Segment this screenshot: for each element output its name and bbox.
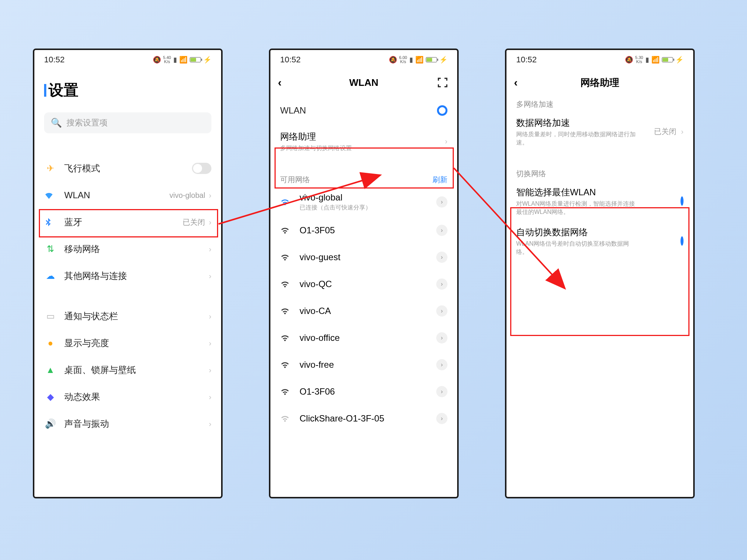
airplane-icon: ✈ xyxy=(44,163,57,174)
wifi-network-row[interactable]: vivo-office› xyxy=(270,324,457,351)
wifi-signal-icon xyxy=(280,360,293,370)
wifi-ssid: O1-3F05 xyxy=(300,225,436,236)
row-data-acceleration[interactable]: 数据网络加速 网络质量差时，同时使用移动数据网络进行加速。 已关闭 › xyxy=(506,112,693,152)
notification-icon: ▭ xyxy=(44,311,57,321)
phone-settings: 10:52 🔕 5.40K/s ▮📶 ⚡ 设置 🔍 搜索设置项 ✈ 飞行模式 W… xyxy=(33,49,223,498)
row-smart-wlan[interactable]: 智能选择最佳WLAN 对WLAN网络质量进行检测，智能选择并连接最佳的WLAN网… xyxy=(506,181,693,221)
section-switch-network: 切换网络 xyxy=(506,165,693,181)
chevron-right-icon: › xyxy=(445,137,447,146)
wifi-detail-button[interactable]: › xyxy=(436,279,447,290)
status-time: 10:52 xyxy=(516,55,537,65)
wifi-detail-button[interactable]: › xyxy=(436,196,447,208)
row-notifications[interactable]: ▭ 通知与状态栏 › xyxy=(34,303,221,330)
wifi-signal-icon xyxy=(280,333,293,343)
wifi-ssid: ClickShare-O1-3F-05 xyxy=(300,413,436,424)
row-sound[interactable]: 🔊 声音与振动 › xyxy=(34,410,221,437)
sound-icon: 🔊 xyxy=(44,419,57,429)
back-button[interactable]: ‹ xyxy=(514,76,518,89)
wifi-signal-icon xyxy=(280,225,293,235)
wifi-detail-button[interactable]: › xyxy=(436,305,447,317)
wallpaper-icon: ▲ xyxy=(44,365,57,375)
wifi-ssid: vivo-QC xyxy=(300,279,436,289)
wifi-status: 已连接（点击可快速分享） xyxy=(300,204,436,212)
page-title: WLAN xyxy=(349,77,378,88)
chevron-right-icon: › xyxy=(209,420,211,428)
status-time: 10:52 xyxy=(44,55,65,65)
wifi-ssid: vivo-office xyxy=(300,333,436,343)
status-icons: 🔕 5.30K/s ▮📶 ⚡ xyxy=(625,56,684,64)
wifi-network-row[interactable]: O1-3F06› xyxy=(270,378,457,405)
wifi-detail-button[interactable]: › xyxy=(436,252,447,263)
wifi-signal-icon xyxy=(280,306,293,316)
wifi-detail-button[interactable]: › xyxy=(436,225,447,236)
wifi-network-row[interactable]: vivo-global已连接（点击可快速分享）› xyxy=(270,187,457,217)
chevron-right-icon: › xyxy=(681,127,684,136)
row-display[interactable]: ● 显示与亮度 › xyxy=(34,330,221,357)
status-bar: 10:52 🔕 5.40K/s ▮📶 ⚡ xyxy=(34,50,221,69)
row-network-assistant[interactable]: 网络助理 多网络加速与切换网络设置 › xyxy=(270,125,457,158)
search-placeholder: 搜索设置项 xyxy=(66,117,108,128)
back-button[interactable]: ‹ xyxy=(278,76,282,89)
chevron-right-icon: › xyxy=(209,191,211,200)
nav-bar: ‹ WLAN xyxy=(270,69,457,96)
available-networks-header: 可用网络 刷新 xyxy=(270,171,457,187)
chevron-right-icon: › xyxy=(209,393,211,401)
wifi-detail-button[interactable]: › xyxy=(436,359,447,370)
wifi-ssid: O1-3F06 xyxy=(300,386,436,397)
wlan-master-toggle[interactable]: WLAN xyxy=(270,96,457,125)
wifi-network-row[interactable]: vivo-QC› xyxy=(270,271,457,298)
status-bar: 10:52 🔕 6.00K/s ▮📶 ⚡ xyxy=(270,50,457,69)
phone-network-assistant: 10:52 🔕 5.30K/s ▮📶 ⚡ ‹ 网络助理 多网络加速 数据网络加速… xyxy=(505,49,695,498)
status-icons: 🔕 6.00K/s ▮📶 ⚡ xyxy=(389,56,447,64)
wifi-icon xyxy=(44,190,57,200)
chevron-right-icon: › xyxy=(209,312,211,321)
airplane-toggle[interactable] xyxy=(192,163,211,174)
wifi-detail-button[interactable]: › xyxy=(436,332,447,343)
refresh-button[interactable]: 刷新 xyxy=(433,175,447,185)
status-icons: 🔕 5.40K/s ▮📶 ⚡ xyxy=(153,56,211,64)
section-multi-network: 多网络加速 xyxy=(506,96,693,112)
wifi-signal-icon xyxy=(280,197,293,207)
row-mobile-network[interactable]: ⇅ 移动网络 › xyxy=(34,236,221,262)
toggle-on-icon[interactable] xyxy=(431,105,447,116)
phone-wlan: 10:52 🔕 6.00K/s ▮📶 ⚡ ‹ WLAN WLAN 网络助理 多网… xyxy=(269,49,459,498)
chevron-right-icon: › xyxy=(209,366,211,374)
wifi-network-row[interactable]: ClickShare-O1-3F-05› xyxy=(270,405,457,432)
toggle-on-icon[interactable] xyxy=(681,238,684,245)
page-title: 网络助理 xyxy=(580,76,619,89)
chevron-right-icon: › xyxy=(209,339,211,348)
wifi-detail-button[interactable]: › xyxy=(436,413,447,424)
row-desktop[interactable]: ▲ 桌面、锁屏与壁纸 › xyxy=(34,357,221,383)
page-title: 设置 xyxy=(34,69,221,104)
wifi-ssid: vivo-global xyxy=(300,192,436,203)
row-bluetooth[interactable]: 蓝牙 已关闭 › xyxy=(34,209,221,236)
wifi-signal-icon xyxy=(280,279,293,289)
wifi-signal-icon xyxy=(280,387,293,396)
brightness-icon: ● xyxy=(44,338,57,348)
wifi-ssid: vivo-CA xyxy=(300,306,436,316)
mobile-data-icon: ⇅ xyxy=(44,244,57,254)
row-wlan[interactable]: WLAN vivo-global › xyxy=(34,182,221,209)
bluetooth-icon xyxy=(44,218,57,226)
row-other-networks[interactable]: ☁ 其他网络与连接 › xyxy=(34,262,221,289)
toggle-on-icon[interactable] xyxy=(681,198,684,205)
wifi-ssid: vivo-free xyxy=(300,360,436,370)
scan-qr-button[interactable] xyxy=(437,77,448,88)
wifi-network-row[interactable]: vivo-guest› xyxy=(270,244,457,271)
animation-icon: ◆ xyxy=(44,392,57,402)
wifi-detail-button[interactable]: › xyxy=(436,386,447,397)
row-auto-switch-data[interactable]: 自动切换数据网络 WLAN网络信号差时自动切换至移动数据网络。 xyxy=(506,221,693,261)
network-icon: ☁ xyxy=(44,271,57,281)
wifi-network-row[interactable]: O1-3F05› xyxy=(270,217,457,244)
wifi-network-row[interactable]: vivo-free› xyxy=(270,351,457,378)
wifi-signal-icon xyxy=(280,252,293,262)
search-icon: 🔍 xyxy=(51,118,62,128)
chevron-right-icon: › xyxy=(209,245,211,253)
wifi-signal-icon xyxy=(280,414,293,423)
wifi-ssid: vivo-guest xyxy=(300,252,436,262)
wifi-network-row[interactable]: vivo-CA› xyxy=(270,298,457,324)
row-airplane-mode[interactable]: ✈ 飞行模式 xyxy=(34,155,221,182)
status-bar: 10:52 🔕 5.30K/s ▮📶 ⚡ xyxy=(506,50,693,69)
search-input[interactable]: 🔍 搜索设置项 xyxy=(44,112,211,133)
row-animation[interactable]: ◆ 动态效果 › xyxy=(34,383,221,410)
